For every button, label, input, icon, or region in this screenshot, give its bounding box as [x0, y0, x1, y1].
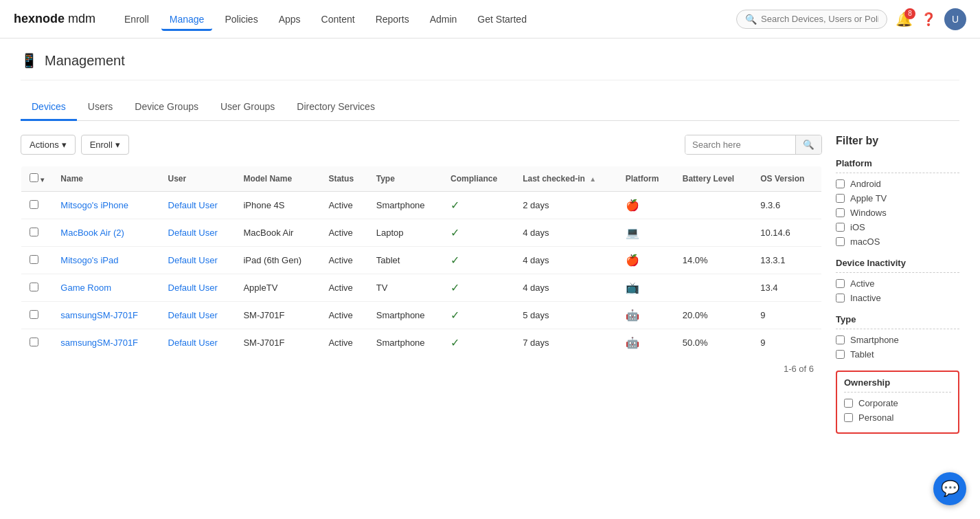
row-2-checkbox[interactable] — [21, 247, 53, 274]
notifications-button[interactable]: 🔔 8 — [896, 11, 913, 27]
logo: hexnode mdm — [14, 12, 95, 26]
user-link-2[interactable]: Default User — [168, 255, 218, 265]
tab-devices[interactable]: Devices — [21, 94, 77, 121]
filter-corporate: Corporate — [844, 398, 951, 408]
col-type[interactable]: Type — [368, 166, 442, 192]
row-1-checkbox[interactable] — [21, 219, 53, 247]
filter-smartphone-label[interactable]: Smartphone — [850, 335, 899, 345]
row-0-platform: 🍎 — [617, 192, 674, 219]
filter-appletv-checkbox[interactable] — [836, 194, 845, 203]
device-link-5[interactable]: samsungSM-J701F — [60, 338, 138, 348]
filter-personal-label[interactable]: Personal — [858, 412, 893, 423]
filter-tablet-checkbox[interactable] — [836, 350, 845, 359]
row-3-status: Active — [320, 274, 367, 302]
avatar[interactable]: U — [944, 8, 966, 30]
main-layout: Actions ▾ Enroll ▾ 🔍 — [21, 135, 959, 445]
actions-button[interactable]: Actions ▾ — [21, 135, 76, 155]
table-row: samsungSM-J701F Default User SM-J701F Ac… — [21, 329, 822, 357]
filter-inactive-checkbox[interactable] — [836, 294, 845, 302]
col-compliance[interactable]: Compliance — [442, 166, 514, 192]
row-2-name: Mitsogo's iPad — [52, 247, 159, 274]
table-row: Mitsogo's iPhone Default User iPhone 4S … — [21, 192, 822, 219]
row-5-platform: 🤖 — [617, 329, 674, 357]
col-platform[interactable]: Platform — [617, 166, 674, 192]
page-content: 📱 Management Devices Users Device Groups… — [0, 38, 980, 459]
device-link-3[interactable]: Game Room — [60, 283, 111, 293]
row-4-battery: 20.0% — [674, 302, 753, 329]
table-search-input[interactable] — [685, 135, 795, 154]
user-link-3[interactable]: Default User — [168, 283, 218, 293]
filter-windows-checkbox[interactable] — [836, 208, 845, 217]
user-link-1[interactable]: Default User — [168, 228, 218, 238]
filter-macos-checkbox[interactable] — [836, 237, 845, 246]
enroll-button[interactable]: Enroll ▾ — [81, 135, 129, 155]
filter-active-label[interactable]: Active — [850, 278, 874, 289]
row-2-status: Active — [320, 247, 367, 274]
col-sort-icon: ▾ — [41, 176, 44, 184]
filter-corporate-checkbox[interactable] — [844, 399, 853, 408]
col-last-checked-in[interactable]: Last checked-in ▲ — [514, 166, 617, 192]
navbar: hexnode mdm Enroll Manage Policies Apps … — [0, 0, 980, 38]
logo-text: hexnode mdm — [14, 12, 95, 26]
nav-apps[interactable]: Apps — [271, 10, 309, 31]
filter-ios-checkbox[interactable] — [836, 223, 845, 232]
filter-inactive-label[interactable]: Inactive — [850, 293, 881, 303]
row-1-battery — [674, 219, 753, 247]
table-search-button[interactable]: 🔍 — [795, 135, 821, 154]
filter-android-label[interactable]: Android — [850, 179, 881, 189]
device-link-1[interactable]: MacBook Air (2) — [60, 228, 124, 238]
filter-smartphone-checkbox[interactable] — [836, 335, 845, 344]
col-model-name[interactable]: Model Name — [235, 166, 320, 192]
col-battery-level[interactable]: Battery Level — [674, 166, 753, 192]
nav-reports[interactable]: Reports — [367, 10, 418, 31]
global-search-bar[interactable]: 🔍 — [736, 10, 887, 29]
nav-admin[interactable]: Admin — [422, 10, 466, 31]
global-search-input[interactable] — [761, 14, 878, 24]
device-link-2[interactable]: Mitsogo's iPad — [60, 255, 118, 265]
device-link-0[interactable]: Mitsogo's iPhone — [60, 200, 128, 210]
device-link-4[interactable]: samsungSM-J701F — [60, 310, 138, 320]
filter-tablet-label[interactable]: Tablet — [850, 349, 874, 360]
col-user[interactable]: User — [160, 166, 236, 192]
table-search-box[interactable]: 🔍 — [685, 135, 822, 155]
nav-manage[interactable]: Manage — [161, 10, 213, 31]
user-link-5[interactable]: Default User — [168, 338, 218, 348]
select-all-checkbox[interactable] — [30, 173, 38, 182]
tab-directory-services[interactable]: Directory Services — [286, 94, 386, 121]
row-4-status: Active — [320, 302, 367, 329]
tab-user-groups[interactable]: User Groups — [209, 94, 286, 121]
nav-policies[interactable]: Policies — [216, 10, 266, 31]
filter-active-checkbox[interactable] — [836, 279, 845, 288]
platform-icon-4: 🤖 — [626, 309, 639, 321]
help-button[interactable]: ❓ — [921, 12, 936, 27]
row-5-checkbox[interactable] — [21, 329, 53, 357]
user-link-4[interactable]: Default User — [168, 310, 218, 320]
tab-device-groups[interactable]: Device Groups — [124, 94, 209, 121]
filter-android-checkbox[interactable] — [836, 179, 845, 188]
row-0-battery — [674, 192, 753, 219]
row-4-checkbox[interactable] — [21, 302, 53, 329]
filter-macos-label[interactable]: macOS — [850, 236, 880, 247]
col-os-version[interactable]: OS Version — [752, 166, 821, 192]
filter-appletv-label[interactable]: Apple TV — [850, 193, 887, 203]
filter-corporate-label[interactable]: Corporate — [858, 398, 898, 408]
user-link-0[interactable]: Default User — [168, 200, 218, 210]
nav-content[interactable]: Content — [313, 10, 363, 31]
row-3-checkbox[interactable] — [21, 274, 53, 302]
tab-users[interactable]: Users — [77, 94, 124, 121]
filter-sidebar: Filter by Platform Android Apple TV Wind… — [822, 135, 959, 445]
nav-get-started[interactable]: Get Started — [469, 10, 535, 31]
row-3-type: TV — [368, 274, 442, 302]
nav-enroll[interactable]: Enroll — [116, 10, 157, 31]
filter-windows-label[interactable]: Windows — [850, 208, 887, 218]
filter-personal-checkbox[interactable] — [844, 413, 853, 422]
management-icon: 📱 — [21, 52, 38, 69]
filter-type-section: Type Smartphone Tablet — [836, 314, 959, 360]
col-status[interactable]: Status — [320, 166, 367, 192]
ownership-divider — [844, 392, 951, 393]
filter-ios-label[interactable]: iOS — [850, 222, 865, 232]
row-0-checkbox[interactable] — [21, 192, 53, 219]
row-1-user: Default User — [160, 219, 236, 247]
row-5-status: Active — [320, 329, 367, 357]
col-name[interactable]: Name — [52, 166, 159, 192]
